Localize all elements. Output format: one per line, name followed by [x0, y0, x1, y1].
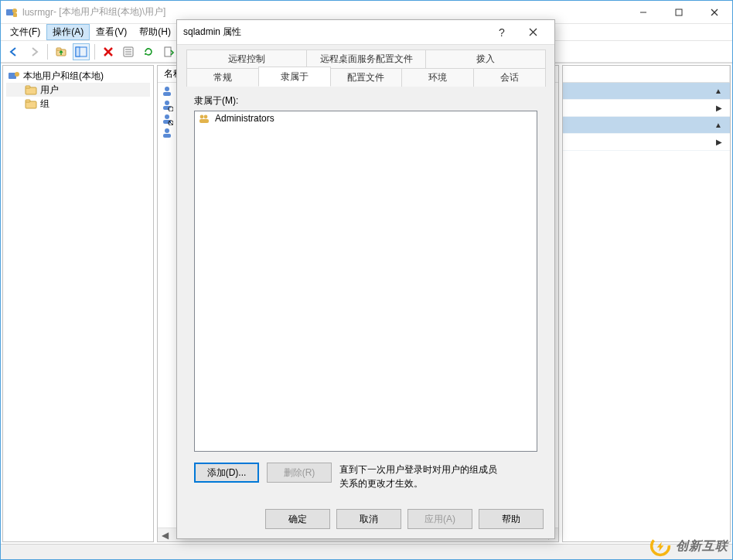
tree-root-label: 本地用户和组(本地) — [23, 70, 104, 83]
folder-icon — [25, 84, 37, 96]
forward-button[interactable] — [26, 43, 43, 60]
dialog-footer: 确定 取消 应用(A) 帮助 — [177, 500, 554, 538]
actions-group-header[interactable]: ▲ — [563, 117, 730, 134]
tab-profile[interactable]: 配置文件 — [330, 68, 403, 87]
apply-button[interactable]: 应用(A) — [407, 509, 472, 529]
tree-item-label: 组 — [40, 97, 49, 111]
group-icon — [198, 112, 210, 125]
folder-icon — [25, 97, 37, 110]
tree-root[interactable]: 本地用户和组(本地) — [6, 69, 150, 83]
actions-list: ▲ ▶ ▲ ▶ — [563, 83, 730, 541]
tab-row-1: 远程控制 远程桌面服务配置文件 拨入 — [177, 45, 554, 68]
tab-rds-profile[interactable]: 远程桌面服务配置文件 — [306, 50, 427, 68]
show-hide-tree-button[interactable] — [73, 43, 90, 60]
user-disabled-icon — [161, 99, 173, 111]
close-button[interactable] — [697, 1, 732, 24]
svg-point-39 — [200, 115, 204, 119]
menu-view[interactable]: 查看(V) — [90, 24, 133, 40]
chevron-right-icon: ▶ — [716, 138, 722, 146]
svg-rect-41 — [199, 119, 209, 123]
tab-dialin[interactable]: 拨入 — [425, 50, 546, 68]
tab-general[interactable]: 常规 — [186, 68, 259, 87]
svg-point-29 — [165, 101, 169, 105]
minimize-button[interactable] — [626, 1, 661, 24]
svg-rect-28 — [163, 92, 171, 96]
actions-item[interactable]: ▶ — [563, 100, 730, 117]
actions-pane: ▲ ▶ ▲ ▶ — [562, 65, 731, 542]
memberof-list[interactable]: Administrators — [194, 111, 537, 452]
svg-rect-26 — [26, 100, 30, 102]
svg-point-27 — [165, 87, 169, 91]
refresh-button[interactable] — [140, 43, 157, 60]
properties-button[interactable] — [120, 43, 137, 60]
remove-button[interactable]: 删除(R) — [267, 463, 332, 483]
menu-action[interactable]: 操作(A) — [46, 24, 90, 40]
tab-row-2: 常规 隶属于 配置文件 环境 会话 — [177, 68, 554, 87]
delete-button[interactable] — [100, 43, 117, 60]
scroll-left-button[interactable]: ◀ — [158, 528, 172, 542]
dialog-close-button[interactable] — [517, 20, 548, 45]
maximize-button[interactable] — [661, 1, 697, 24]
tree-item-users[interactable]: 用户 — [6, 83, 150, 97]
svg-rect-24 — [26, 86, 30, 88]
svg-point-35 — [165, 128, 169, 133]
watermark: 创新互联 — [649, 535, 728, 557]
cancel-button[interactable]: 取消 — [336, 509, 401, 529]
svg-rect-8 — [56, 48, 61, 50]
actions-header — [563, 66, 730, 83]
svg-point-22 — [15, 72, 19, 77]
svg-rect-10 — [76, 47, 80, 56]
tree-item-label: 用户 — [40, 84, 59, 97]
dialog-body: 隶属于(M): Administrators 添加(D)... 删除(R) 直到… — [177, 87, 554, 500]
tree-item-groups[interactable]: 组 — [6, 97, 150, 111]
export-list-button[interactable] — [160, 43, 177, 60]
tab-remote-control[interactable]: 远程控制 — [186, 50, 307, 68]
properties-dialog: sqladmin 属性 ? 远程控制 远程桌面服务配置文件 拨入 常规 隶属于 … — [176, 19, 555, 539]
dialog-title: sqladmin 属性 — [183, 26, 241, 39]
menu-help[interactable]: 帮助(H) — [133, 24, 177, 40]
collapse-up-icon: ▲ — [714, 87, 722, 95]
memberof-controls: 添加(D)... 删除(R) 直到下一次用户登录时对用户的组成员关系的更改才生效… — [194, 463, 537, 490]
up-button[interactable] — [53, 43, 70, 60]
watermark-text: 创新互联 — [676, 538, 728, 555]
user-icon — [161, 85, 173, 97]
dialog-help-button[interactable]: ? — [486, 20, 517, 45]
ok-button[interactable]: 确定 — [265, 509, 330, 529]
add-button[interactable]: 添加(D)... — [194, 463, 259, 483]
actions-group-header[interactable]: ▲ — [563, 83, 730, 100]
users-groups-icon — [8, 70, 20, 82]
memberof-item[interactable]: Administrators — [195, 111, 537, 125]
memberof-note: 直到下一次用户登录时对用户的组成员关系的更改才生效。 — [339, 463, 502, 490]
title-suffix: - [本地用户和组(本地)\用户] — [53, 5, 165, 19]
dialog-titlebar: sqladmin 属性 ? — [177, 20, 554, 45]
tree-pane: 本地用户和组(本地) 用户 组 — [2, 65, 154, 542]
svg-point-32 — [165, 114, 169, 119]
watermark-icon — [649, 535, 671, 557]
svg-rect-4 — [676, 9, 682, 15]
tree: 本地用户和组(本地) 用户 组 — [3, 66, 153, 114]
app-icon — [5, 6, 18, 19]
svg-rect-17 — [165, 47, 171, 56]
svg-point-40 — [204, 115, 208, 119]
svg-rect-2 — [13, 13, 17, 17]
chevron-right-icon: ▶ — [716, 104, 722, 112]
collapse-up-icon: ▲ — [714, 121, 722, 129]
svg-rect-36 — [163, 134, 171, 138]
actions-item[interactable]: ▶ — [563, 134, 730, 151]
menu-file[interactable]: 文件(F) — [4, 24, 46, 40]
tab-env[interactable]: 环境 — [401, 68, 474, 87]
memberof-label: 隶属于(M): — [194, 94, 537, 108]
help-button[interactable]: 帮助 — [479, 509, 544, 529]
tab-memberof[interactable]: 隶属于 — [258, 67, 331, 87]
back-button[interactable] — [5, 43, 22, 60]
statusbar — [1, 544, 732, 559]
user-icon — [161, 127, 173, 139]
memberof-item-label: Administrators — [215, 113, 274, 124]
title-prefix: lusrmgr — [22, 7, 53, 18]
user-disabled-icon — [161, 113, 173, 125]
tab-session[interactable]: 会话 — [473, 68, 546, 87]
svg-point-1 — [12, 9, 17, 13]
